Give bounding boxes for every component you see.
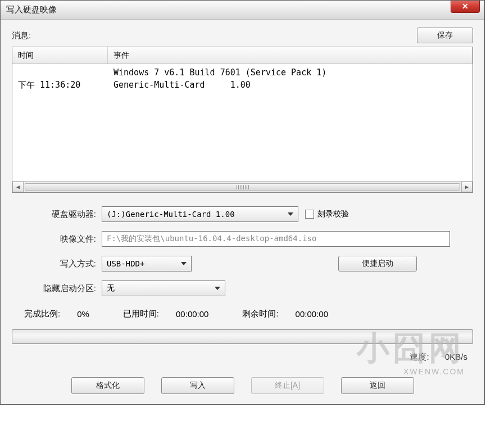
drive-select[interactable]: (J:)Generic-Multi-Card 1.00 — [102, 206, 298, 222]
hidden-partition-select[interactable]: 无 — [102, 280, 225, 296]
cell-event: Windows 7 v6.1 Build 7601 (Service Pack … — [108, 66, 473, 79]
remain-value: 00:00:00 — [296, 309, 328, 319]
close-icon: ✕ — [462, 2, 469, 11]
action-button-row: 格式化 写入 终止[A] 返回 — [12, 377, 473, 394]
elapsed-value: 00:00:00 — [176, 309, 208, 319]
log-listview[interactable]: 时间 事件 Windows 7 v6.1 Build 7601 (Service… — [12, 47, 473, 193]
abort-button: 终止[A] — [251, 377, 324, 394]
client-area: 消息: 保存 时间 事件 Windows 7 v6.1 Build 7601 (… — [1, 20, 484, 404]
drive-label: 硬盘驱动器: — [12, 209, 102, 220]
log-body: Windows 7 v6.1 Build 7601 (Service Pack … — [12, 64, 473, 181]
titlebar: 写入硬盘映像 ✕ — [1, 1, 484, 20]
list-item[interactable]: 下午 11:36:20 Generic-Multi-Card 1.00 — [12, 79, 473, 92]
speed-value: 0KB/s — [445, 352, 467, 361]
chevron-down-icon — [215, 287, 220, 290]
elapsed-label: 已用时间: — [123, 309, 159, 319]
image-label: 映像文件: — [12, 234, 102, 245]
speed-label: 速度: — [410, 352, 429, 361]
cell-time — [12, 66, 108, 79]
verify-checkbox[interactable]: 刻录校验 — [305, 209, 349, 219]
list-item[interactable]: Windows 7 v6.1 Build 7601 (Service Pack … — [12, 66, 473, 79]
format-button[interactable]: 格式化 — [71, 377, 144, 394]
dialog-window: 写入硬盘映像 ✕ 消息: 保存 时间 事件 Windows 7 v6.1 Bui… — [0, 0, 485, 405]
log-header: 时间 事件 — [12, 47, 473, 64]
remain-label: 剩余时间: — [242, 309, 278, 319]
write-button[interactable]: 写入 — [161, 377, 234, 394]
drive-value: (J:)Generic-Multi-Card 1.00 — [107, 210, 235, 219]
col-header-time[interactable]: 时间 — [12, 47, 108, 64]
chevron-down-icon — [181, 262, 187, 265]
window-title: 写入硬盘映像 — [6, 4, 57, 15]
write-mode-value: USB-HDD+ — [107, 259, 144, 268]
image-path-value: F:\我的安装包\ubuntu-16.04.4-desktop-amd64.is… — [107, 234, 316, 244]
chevron-down-icon — [288, 212, 293, 216]
close-button[interactable]: ✕ — [451, 1, 480, 13]
speed-row: 速度: 0KB/s — [12, 352, 473, 363]
done-label: 完成比例: — [24, 309, 60, 319]
quick-boot-button[interactable]: 便捷启动 — [338, 256, 417, 271]
scroll-thumb[interactable] — [25, 183, 460, 191]
back-button[interactable]: 返回 — [341, 377, 414, 394]
cell-event: Generic-Multi-Card 1.00 — [108, 79, 473, 92]
progress-bar — [12, 329, 473, 344]
horizontal-scrollbar[interactable]: ◄ ► — [12, 181, 473, 192]
verify-label: 刻录校验 — [317, 209, 349, 219]
scroll-right-arrow-icon[interactable]: ► — [461, 182, 473, 192]
write-mode-label: 写入方式: — [12, 259, 102, 269]
cell-time: 下午 11:36:20 — [12, 79, 108, 92]
col-header-event[interactable]: 事件 — [108, 47, 473, 64]
write-mode-select[interactable]: USB-HDD+ — [102, 256, 192, 271]
hidden-partition-value: 无 — [107, 283, 115, 293]
scroll-track[interactable] — [24, 182, 461, 192]
message-label: 消息: — [12, 30, 31, 41]
scroll-left-arrow-icon[interactable]: ◄ — [12, 182, 24, 192]
save-button[interactable]: 保存 — [417, 28, 473, 43]
hidden-partition-label: 隐藏启动分区: — [12, 283, 102, 294]
image-path-field[interactable]: F:\我的安装包\ubuntu-16.04.4-desktop-amd64.is… — [102, 231, 450, 247]
done-value: 0% — [77, 309, 89, 319]
checkbox-box-icon — [305, 210, 314, 219]
stats-row: 完成比例: 0% 已用时间: 00:00:00 剩余时间: 00:00:00 — [12, 309, 473, 319]
